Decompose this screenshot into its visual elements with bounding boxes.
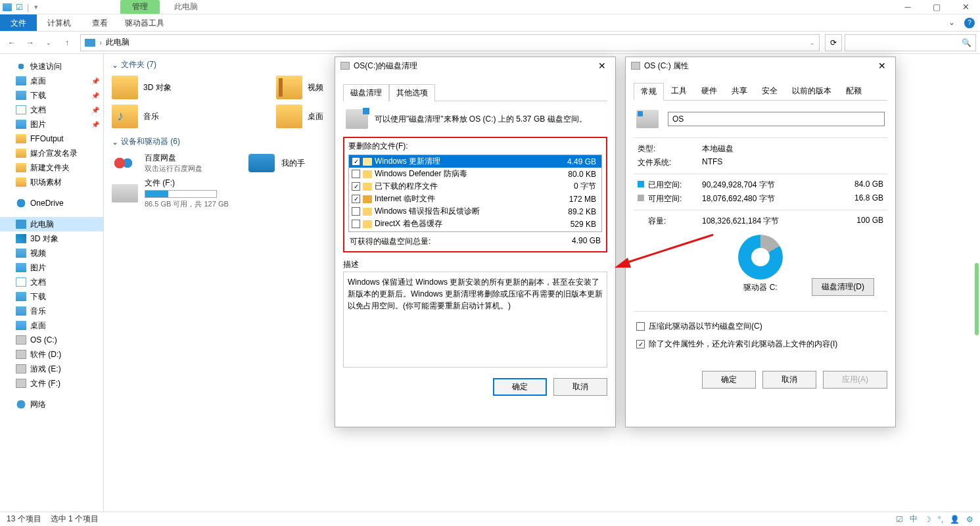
- prop-tab-general[interactable]: 常规: [634, 83, 664, 101]
- tray-ime-icon[interactable]: 中: [910, 514, 918, 525]
- prop-ok-button[interactable]: 确定: [702, 371, 756, 389]
- breadcrumb-sep: ›: [99, 38, 102, 47]
- sidebar-documents[interactable]: 文档📌: [0, 103, 103, 117]
- checkbox[interactable]: [352, 220, 360, 228]
- search-icon: 🔍: [962, 38, 971, 47]
- sidebar-downloads2[interactable]: 下载: [0, 289, 103, 304]
- tray-comma-icon[interactable]: °,: [938, 515, 943, 524]
- folder-music[interactable]: 音乐: [112, 105, 230, 128]
- nav-up-button[interactable]: ↑: [59, 35, 75, 51]
- sidebar-workplace[interactable]: 职场素材: [0, 175, 103, 189]
- ribbon-expand-icon[interactable]: ⌄: [942, 14, 962, 31]
- compress-checkbox[interactable]: 压缩此驱动器以节约磁盘空间(C): [636, 321, 885, 332]
- address-bar[interactable]: › 此电脑 ⌄: [80, 34, 820, 51]
- sidebar-pictures2[interactable]: 图片: [0, 260, 103, 275]
- drive-large-icon: [636, 110, 659, 128]
- minimize-button[interactable]: ─: [893, 0, 922, 14]
- device-phone[interactable]: 我的手: [248, 153, 305, 174]
- prop-cancel-button[interactable]: 取消: [762, 371, 816, 389]
- dc-item-downloaded[interactable]: 已下载的程序文件0 字节: [349, 180, 601, 193]
- sidebar-documents2[interactable]: 文档: [0, 275, 103, 289]
- ribbon-file[interactable]: 文件: [0, 14, 37, 31]
- device-baidu[interactable]: 百度网盘双击运行百度网盘: [112, 153, 202, 174]
- usage-bar: [145, 190, 217, 198]
- app-icon: [3, 3, 12, 11]
- sidebar-desktop[interactable]: 桌面📌: [0, 74, 103, 88]
- dc-close-button[interactable]: ✕: [594, 60, 610, 71]
- dc-ok-button[interactable]: 确定: [493, 378, 547, 396]
- highlight-box: 要删除的文件(F): Windows 更新清理4.49 GB Windows D…: [343, 137, 607, 252]
- qat-check-icon[interactable]: ☑: [16, 3, 23, 12]
- disk-cleanup-button[interactable]: 磁盘清理(D): [812, 278, 874, 296]
- dc-total-value: 4.90 GB: [572, 236, 601, 247]
- nav-forward-button[interactable]: →: [22, 35, 38, 51]
- close-button[interactable]: ✕: [951, 0, 980, 14]
- dc-item-winupdate[interactable]: Windows 更新清理4.49 GB: [349, 155, 601, 168]
- refresh-button[interactable]: ⟳: [825, 34, 842, 51]
- breadcrumb-thispc[interactable]: 此电脑: [106, 37, 129, 48]
- sidebar-network[interactable]: 网络: [0, 397, 103, 412]
- maximize-button[interactable]: ▢: [922, 0, 951, 14]
- checkbox[interactable]: [352, 182, 360, 191]
- nav-back-button[interactable]: ←: [4, 35, 20, 51]
- prop-tab-sharing[interactable]: 共享: [724, 82, 755, 100]
- sidebar-onedrive[interactable]: OneDrive: [0, 196, 103, 210]
- sidebar-3dobjects[interactable]: 3D 对象: [0, 231, 103, 246]
- sidebar-drive-c[interactable]: OS (C:): [0, 333, 103, 347]
- prop-tab-quota[interactable]: 配额: [839, 82, 869, 100]
- dc-item-errorreport[interactable]: Windows 错误报告和反馈诊断89.2 KB: [349, 205, 601, 218]
- sidebar-media[interactable]: 媒介宣发名录: [0, 146, 103, 160]
- sidebar-drive-d[interactable]: 软件 (D:): [0, 347, 103, 362]
- dc-tab-other[interactable]: 其他选项: [389, 84, 435, 101]
- prop-tab-tools[interactable]: 工具: [664, 82, 694, 100]
- sidebar-newfolder[interactable]: 新建文件夹: [0, 160, 103, 175]
- dc-file-list[interactable]: Windows 更新清理4.49 GB Windows Defender 防病毒…: [348, 155, 602, 232]
- search-input[interactable]: 🔍: [845, 34, 976, 51]
- help-icon[interactable]: ?: [964, 18, 975, 28]
- tray-checkbox-icon[interactable]: ☑: [896, 515, 903, 524]
- sidebar-desktop2[interactable]: 桌面: [0, 318, 103, 333]
- dc-description: Windows 保留通过 Windows 更新安装的所有更新的副本，甚至在安装了…: [343, 272, 607, 368]
- dc-desc-header: 描述: [343, 259, 607, 270]
- drive-name-input[interactable]: [668, 112, 885, 126]
- sidebar-music[interactable]: 音乐: [0, 304, 103, 318]
- ribbon-view[interactable]: 查看: [82, 14, 118, 31]
- tray-user-icon[interactable]: 👤: [950, 515, 960, 524]
- sidebar-videos[interactable]: 视频: [0, 246, 103, 260]
- nav-recent-icon[interactable]: ⌄: [41, 35, 57, 51]
- ribbon-computer[interactable]: 计算机: [37, 14, 82, 31]
- checkbox[interactable]: [352, 157, 360, 166]
- ribbon-drive-tools[interactable]: 驱动器工具: [118, 14, 171, 31]
- pin-icon: 📌: [91, 78, 99, 85]
- checkbox[interactable]: [352, 207, 360, 216]
- sidebar-drive-e[interactable]: 游戏 (E:): [0, 362, 103, 376]
- sidebar-downloads[interactable]: 下载📌: [0, 88, 103, 103]
- folder-3dobjects[interactable]: 3D 对象: [112, 76, 230, 99]
- prop-close-button[interactable]: ✕: [874, 60, 890, 71]
- checkbox[interactable]: [352, 170, 360, 178]
- dc-cancel-button[interactable]: 取消: [553, 378, 607, 396]
- prop-tab-previous[interactable]: 以前的版本: [785, 82, 839, 100]
- prop-tab-hardware[interactable]: 硬件: [694, 82, 724, 100]
- addr-dropdown-icon[interactable]: ⌄: [810, 39, 815, 46]
- dc-item-internet[interactable]: Internet 临时文件172 MB: [349, 193, 601, 205]
- sidebar-quick-access[interactable]: 快速访问: [0, 59, 103, 74]
- dc-total-label: 可获得的磁盘空间总量:: [350, 236, 431, 247]
- lock-icon: [363, 195, 372, 203]
- dc-item-directx[interactable]: DirectX 着色器缓存529 KB: [349, 218, 601, 230]
- context-tab-manage[interactable]: 管理: [120, 0, 160, 14]
- index-checkbox[interactable]: 除了文件属性外，还允许索引此驱动器上文件的内容(I): [636, 339, 885, 350]
- tray-gear-icon[interactable]: ⚙: [966, 515, 973, 524]
- prop-apply-button[interactable]: 应用(A): [823, 371, 887, 389]
- checkbox[interactable]: [352, 195, 360, 203]
- sidebar-thispc[interactable]: 此电脑: [0, 217, 103, 231]
- sidebar-drive-f[interactable]: 文件 (F:): [0, 376, 103, 391]
- tray-moon-icon[interactable]: ☽: [924, 515, 931, 524]
- dc-info: 可以使用"磁盘清理"来释放 OS (C:) 上的 5.37 GB 磁盘空间。: [375, 114, 587, 125]
- qat-dropdown-icon[interactable]: ▼: [33, 4, 39, 11]
- sidebar-ffoutput[interactable]: FFOutput: [0, 132, 103, 146]
- dc-tab-cleanup[interactable]: 磁盘清理: [343, 84, 389, 101]
- prop-tab-security[interactable]: 安全: [755, 82, 785, 100]
- dc-item-defender[interactable]: Windows Defender 防病毒80.0 KB: [349, 168, 601, 180]
- sidebar-pictures[interactable]: 图片📌: [0, 117, 103, 132]
